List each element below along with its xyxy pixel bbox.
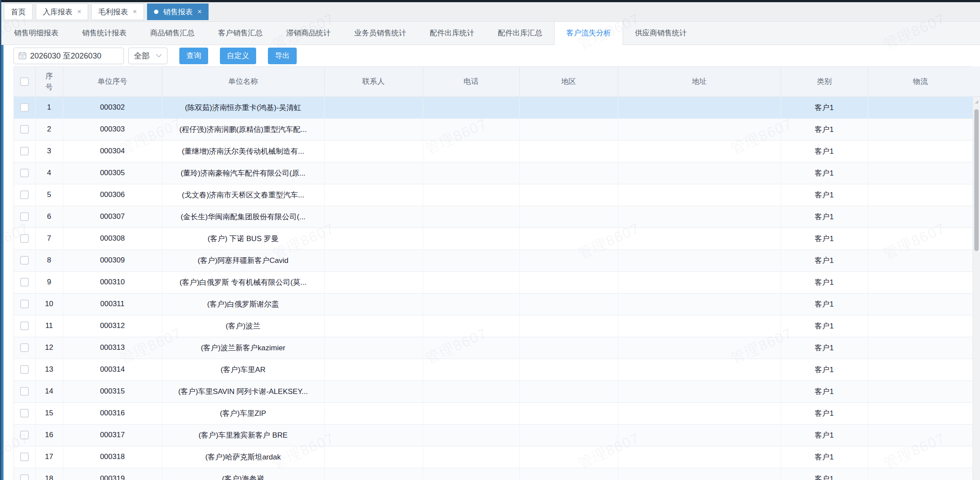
table-row[interactable]: 18000319(客户)海参崴客户1 <box>14 468 973 480</box>
row-checkbox[interactable] <box>20 103 29 112</box>
cell-unit-name: (客户)哈萨克斯坦ardak <box>162 446 324 468</box>
cell-region <box>519 380 618 402</box>
row-checkbox-cell <box>14 446 35 468</box>
row-checkbox[interactable] <box>20 190 29 199</box>
cell-logistics <box>868 337 973 359</box>
table-row[interactable]: 10000311(客户)白俄罗斯谢尔盖客户1 <box>14 293 973 315</box>
row-checkbox[interactable] <box>20 474 29 480</box>
row-checkbox-cell <box>14 228 35 249</box>
top-tab-2[interactable]: 毛利报表× <box>91 3 144 20</box>
cell-category: 客户1 <box>781 293 868 315</box>
row-checkbox-cell <box>14 271 35 293</box>
sub-tab-8[interactable]: 客户流失分析 <box>554 22 623 45</box>
cell-contact <box>324 468 423 480</box>
row-checkbox[interactable] <box>20 387 29 396</box>
table-row[interactable]: 4000305(董玲)济南豪翰汽车配件有限公司(原...客户1 <box>14 162 973 184</box>
cell-address <box>618 228 781 249</box>
cell-region <box>519 402 618 424</box>
cell-row-index: 13 <box>35 359 63 380</box>
row-checkbox[interactable] <box>20 343 29 352</box>
top-tab-1[interactable]: 入库报表× <box>36 3 88 20</box>
row-checkbox[interactable] <box>20 321 29 330</box>
cell-contact <box>324 97 423 118</box>
filter-select[interactable]: 全部 <box>128 48 168 64</box>
cell-row-index: 10 <box>35 293 63 315</box>
cell-logistics <box>868 315 973 337</box>
row-checkbox[interactable] <box>20 212 29 221</box>
cell-unit-name: (董继增)济南沃尔美传动机械制造有... <box>162 140 324 162</box>
table-row[interactable]: 8000309(客户)阿塞拜疆新客户Cavid客户1 <box>14 249 973 271</box>
row-checkbox[interactable] <box>20 452 29 461</box>
sub-tab-0[interactable]: 销售明细报表 <box>2 22 70 45</box>
cell-region <box>519 97 618 118</box>
cell-category: 客户1 <box>781 337 868 359</box>
calendar-icon <box>18 52 27 60</box>
table-row[interactable]: 3000304(董继增)济南沃尔美传动机械制造有...客户1 <box>14 140 973 162</box>
cell-logistics <box>868 249 973 271</box>
row-checkbox[interactable] <box>20 169 29 177</box>
export-button[interactable]: 导出 <box>268 48 297 64</box>
cell-unit-code: 000312 <box>63 315 162 337</box>
date-range-value: 2026030 至2026030 <box>30 51 101 61</box>
row-checkbox[interactable] <box>20 147 29 155</box>
table-row[interactable]: 14000315(客户)车里SAVIN 阿列卡谢-ALEKSEY...客户1 <box>14 380 973 402</box>
column-header-1: 单位序号 <box>63 67 162 97</box>
scrollbar-thumb[interactable] <box>974 109 979 251</box>
row-checkbox[interactable] <box>20 234 29 243</box>
column-header-7: 类别 <box>781 67 868 97</box>
top-tab-3[interactable]: 销售报表× <box>147 3 209 20</box>
sub-tab-2[interactable]: 商品销售汇总 <box>138 22 206 45</box>
row-checkbox[interactable] <box>20 431 29 439</box>
row-checkbox-cell <box>14 468 35 480</box>
table-row[interactable]: 17000318(客户)哈萨克斯坦ardak客户1 <box>14 446 973 468</box>
cell-phone <box>423 184 519 206</box>
table-body: 1000302(陈双茹)济南恒亦重卡(鸿基)-吴清虹客户12000303(程仔强… <box>14 97 973 480</box>
select-all-checkbox[interactable] <box>20 77 29 86</box>
sub-tab-7[interactable]: 配件出库汇总 <box>486 22 554 45</box>
table-row[interactable]: 13000314(客户)车里AR客户1 <box>14 359 973 380</box>
scrollbar-arrow-icon[interactable] <box>975 100 978 104</box>
sub-tab-6[interactable]: 配件出库统计 <box>418 22 486 45</box>
row-checkbox[interactable] <box>20 300 29 308</box>
query-button[interactable]: 查询 <box>179 48 208 64</box>
cell-unit-name: (客户)阿塞拜疆新客户Cavid <box>162 249 324 271</box>
table-row[interactable]: 2000303(程仔强)济南润鹏(原精信)重型汽车配...客户1 <box>14 118 973 140</box>
table-row[interactable]: 16000317(客户)车里雅宾新客户 BRE客户1 <box>14 424 973 446</box>
table-row[interactable]: 1000302(陈双茹)济南恒亦重卡(鸿基)-吴清虹客户1 <box>14 97 973 118</box>
row-checkbox-cell <box>14 140 35 162</box>
row-checkbox[interactable] <box>20 409 29 418</box>
table-row[interactable]: 9000310(客户)白俄罗斯 专有机械有限公司(莫...客户1 <box>14 271 973 293</box>
sub-tab-9[interactable]: 供应商销售统计 <box>623 22 699 45</box>
cell-unit-code: 000313 <box>63 337 162 359</box>
cell-category: 客户1 <box>781 402 868 424</box>
row-checkbox[interactable] <box>20 365 29 374</box>
report-tab-bar: 销售明细报表销售统计报表商品销售汇总客户销售汇总滞销商品统计业务员销售统计配件出… <box>0 22 980 45</box>
table-row[interactable]: 7000308(客户) 下诺 BUS 罗曼客户1 <box>14 228 973 249</box>
table-row[interactable]: 6000307(金长生)华闽南配集团股份有限公司(...客户1 <box>14 206 973 228</box>
vertical-scrollbar[interactable] <box>973 97 980 480</box>
table-row[interactable]: 11000312(客户)波兰客户1 <box>14 315 973 337</box>
cell-category: 客户1 <box>781 184 868 206</box>
cell-address <box>618 97 781 118</box>
table-row[interactable]: 12000313(客户)波兰新客户kazimier客户1 <box>14 337 973 359</box>
sub-tab-5[interactable]: 业务员销售统计 <box>343 22 418 45</box>
row-checkbox[interactable] <box>20 125 29 134</box>
table-row[interactable]: 5000306(戈文春)济南市天桥区文春重型汽车...客户1 <box>14 184 973 206</box>
cell-unit-name: (戈文春)济南市天桥区文春重型汽车... <box>162 184 324 206</box>
top-tab-0[interactable]: 首页 <box>4 3 33 20</box>
sub-tab-4[interactable]: 滞销商品统计 <box>274 22 343 45</box>
cell-address <box>618 293 781 315</box>
cell-logistics <box>868 118 973 140</box>
custom-button[interactable]: 自定义 <box>220 48 256 64</box>
row-checkbox-cell <box>14 380 35 402</box>
row-checkbox[interactable] <box>20 278 29 287</box>
sub-tab-1[interactable]: 销售统计报表 <box>70 22 138 45</box>
row-checkbox[interactable] <box>20 256 29 265</box>
table-row[interactable]: 15000316(客户)车里ZIP客户1 <box>14 402 973 424</box>
sub-tab-3[interactable]: 客户销售汇总 <box>206 22 274 45</box>
close-icon[interactable]: × <box>133 8 137 15</box>
cell-address <box>618 206 781 228</box>
date-range-input[interactable]: 2026030 至2026030 <box>14 48 124 64</box>
close-icon[interactable]: × <box>77 8 81 15</box>
close-icon[interactable]: × <box>198 8 202 15</box>
